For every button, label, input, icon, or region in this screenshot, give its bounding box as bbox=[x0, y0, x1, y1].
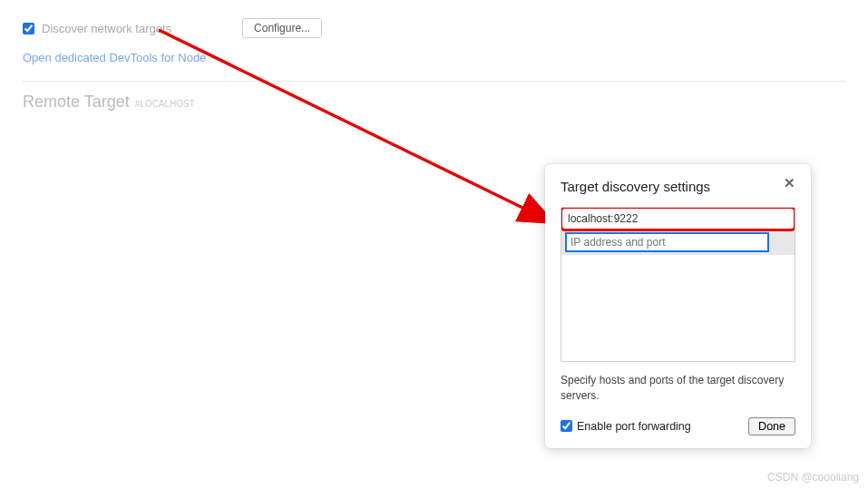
done-button[interactable]: Done bbox=[748, 417, 795, 435]
close-icon[interactable]: ✕ bbox=[784, 176, 795, 190]
remote-target-heading: Remote Target #LOCALHOST bbox=[23, 93, 845, 112]
section-divider bbox=[23, 81, 845, 82]
discover-checkbox-input[interactable] bbox=[23, 23, 34, 34]
host-input[interactable] bbox=[565, 232, 769, 252]
port-forwarding-label: Enable port forwarding bbox=[577, 420, 691, 433]
host-input-row bbox=[561, 230, 795, 255]
dialog-title: Target discovery settings bbox=[561, 179, 710, 194]
port-forwarding-checkbox[interactable]: Enable port forwarding bbox=[561, 420, 691, 433]
host-list: localhost:9222 bbox=[561, 207, 795, 362]
host-entry[interactable]: localhost:9222 bbox=[561, 207, 795, 231]
discover-label: Discover network targets bbox=[42, 22, 171, 35]
discover-network-targets-checkbox[interactable]: Discover network targets bbox=[23, 22, 171, 35]
configure-button[interactable]: Configure... bbox=[242, 18, 322, 38]
remote-target-sub: #LOCALHOST bbox=[135, 99, 195, 109]
dialog-description: Specify hosts and ports of the target di… bbox=[561, 373, 795, 405]
watermark: CSDN @coooliang bbox=[767, 471, 859, 484]
open-devtools-node-link[interactable]: Open dedicated DevTools for Node bbox=[23, 51, 206, 64]
port-forwarding-input[interactable] bbox=[561, 420, 572, 432]
remote-target-title: Remote Target bbox=[23, 93, 130, 112]
target-discovery-dialog: Target discovery settings ✕ localhost:92… bbox=[545, 164, 811, 448]
